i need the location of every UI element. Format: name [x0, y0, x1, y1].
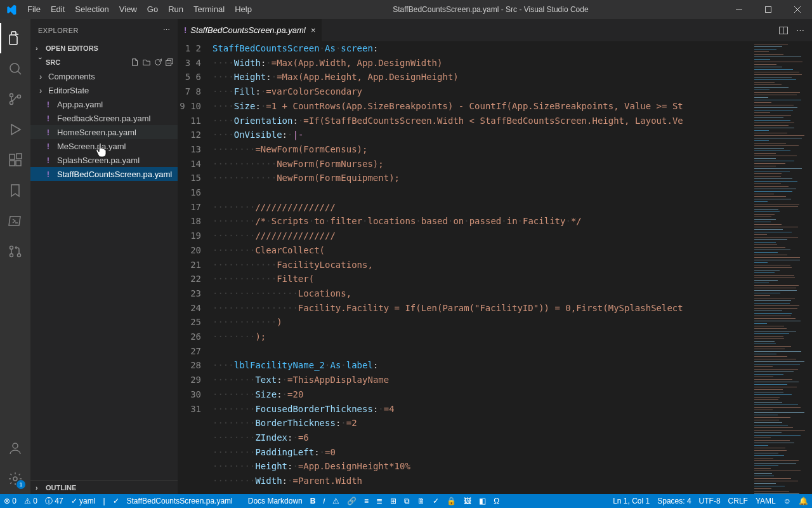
status-yaml[interactable]: ✓ yaml — [67, 497, 100, 505]
bookmarks-icon[interactable] — [0, 175, 30, 206]
maximize-button[interactable] — [754, 0, 783, 19]
explorer-header: EXPLORER ⋯ — [30, 19, 178, 41]
split-editor-icon[interactable] — [778, 25, 789, 36]
close-button[interactable] — [783, 0, 812, 19]
src-section[interactable]: › SRC — [30, 55, 178, 69]
vscode-logo-icon — [0, 4, 22, 15]
extensions-icon[interactable] — [0, 145, 30, 175]
status-list-icon[interactable]: ≡ — [360, 497, 372, 505]
tree-file[interactable]: !StaffBedCountsScreen.pa.yaml — [30, 167, 178, 181]
status-img-icon[interactable]: 🖼 — [460, 497, 475, 505]
svg-point-14 — [10, 246, 13, 250]
status-italic[interactable]: i — [319, 497, 329, 505]
status-feedback-icon[interactable]: ☺ — [780, 497, 795, 505]
tab-filename: StaffBedCountsScreen.pa.yaml — [190, 25, 305, 35]
menu-help[interactable]: Help — [230, 0, 257, 19]
status-omega-icon[interactable]: Ω — [490, 497, 503, 505]
svg-point-8 — [18, 95, 21, 98]
status-eol[interactable]: CRLF — [724, 497, 752, 505]
status-docsmd[interactable]: Docs Markdown — [244, 497, 306, 505]
menu-run[interactable]: Run — [163, 0, 188, 19]
chevron-right-icon: › — [36, 44, 46, 52]
status-warnings[interactable]: ⚠ 0 — [20, 497, 41, 505]
title-bar: File Edit Selection View Go Run Terminal… — [0, 0, 812, 19]
new-file-icon[interactable] — [131, 58, 140, 67]
menu-view[interactable]: View — [114, 0, 142, 19]
tree-file[interactable]: !SplashScreen.pa.yaml — [30, 153, 178, 167]
powershell-icon[interactable] — [0, 206, 30, 236]
status-bold[interactable]: B — [306, 497, 320, 505]
status-bell-icon[interactable]: 🔔 — [795, 497, 812, 505]
status-addbox-icon[interactable]: ⊞ — [386, 497, 400, 505]
tree-file[interactable]: !FeedbackScreen.pa.yaml — [30, 111, 178, 125]
svg-point-18 — [13, 477, 17, 481]
tree-file[interactable]: !MeScreen.pa.yaml — [30, 139, 178, 153]
new-folder-icon[interactable] — [142, 58, 151, 67]
menu-bar: File Edit Selection View Go Run Terminal… — [22, 0, 257, 19]
status-file-icon[interactable]: 🗎 — [414, 497, 429, 505]
explorer-title: EXPLORER — [38, 27, 79, 34]
tree-folder[interactable]: ›EditorState — [30, 83, 178, 97]
menu-edit[interactable]: Edit — [46, 0, 70, 19]
chevron-down-icon: › — [37, 57, 44, 67]
status-lock-icon[interactable]: 🔒 — [443, 497, 460, 505]
activity-bar: 1 — [0, 19, 30, 494]
explorer-icon[interactable] — [0, 23, 30, 53]
open-editors-section[interactable]: › OPEN EDITORS — [30, 41, 178, 55]
status-file[interactable]: StaffBedCountsScreen.pa.yaml — [123, 497, 237, 505]
menu-file[interactable]: File — [22, 0, 46, 19]
settings-badge: 1 — [16, 480, 25, 489]
open-editors-label: OPEN EDITORS — [46, 44, 98, 52]
svg-line-5 — [18, 71, 21, 74]
menu-selection[interactable]: Selection — [70, 0, 114, 19]
git-pr-icon[interactable] — [0, 236, 30, 267]
run-debug-icon[interactable] — [0, 114, 30, 145]
svg-point-16 — [18, 254, 21, 257]
tree-file[interactable]: !App.pa.yaml — [30, 97, 178, 111]
minimize-button[interactable] — [724, 0, 754, 19]
search-icon[interactable] — [0, 53, 30, 84]
outline-label: OUTLINE — [46, 484, 76, 491]
status-link-icon[interactable]: 🔗 — [343, 497, 360, 505]
editor-area: ! StaffBedCountsScreen.pa.yaml × ⋯ 1 2 3… — [178, 19, 812, 494]
refresh-icon[interactable] — [154, 58, 162, 67]
svg-rect-10 — [10, 161, 15, 166]
svg-point-17 — [13, 443, 18, 448]
src-label: SRC — [46, 58, 60, 66]
menu-go[interactable]: Go — [142, 0, 163, 19]
editor-more-icon[interactable]: ⋯ — [796, 25, 804, 35]
svg-rect-12 — [16, 154, 22, 159]
status-preview-icon[interactable]: ◧ — [475, 497, 490, 505]
tree-file[interactable]: !HomeScreen.pa.yaml — [30, 125, 178, 139]
status-language[interactable]: YAML — [752, 497, 780, 505]
svg-rect-1 — [766, 7, 771, 13]
accounts-icon[interactable] — [0, 433, 30, 464]
status-check[interactable]: ✓ — [109, 497, 123, 505]
status-spaces[interactable]: Spaces: 4 — [653, 497, 695, 505]
status-cleanup-icon[interactable]: ✓ — [429, 497, 443, 505]
menu-terminal[interactable]: Terminal — [188, 0, 230, 19]
close-tab-icon[interactable]: × — [311, 25, 316, 35]
status-info[interactable]: ⓘ 47 — [41, 496, 67, 507]
explorer-more-icon[interactable]: ⋯ — [163, 26, 171, 34]
status-alert-icon[interactable]: ⚠ — [329, 497, 343, 505]
tree-folder[interactable]: ›Components — [30, 69, 178, 83]
window-controls — [724, 0, 812, 19]
status-chain-icon[interactable]: ⧉ — [400, 497, 414, 505]
outline-section[interactable]: › OUTLINE — [30, 480, 178, 494]
svg-rect-9 — [10, 154, 15, 159]
code-content[interactable]: StaffBedCountsScreen·As·screen: ····Widt… — [213, 41, 751, 494]
status-encoding[interactable]: UTF-8 — [695, 497, 724, 505]
tab-active[interactable]: ! StaffBedCountsScreen.pa.yaml × — [178, 19, 322, 41]
collapse-all-icon[interactable] — [165, 58, 174, 67]
status-sep: | — [99, 497, 108, 505]
chevron-right-icon: › — [36, 484, 46, 491]
status-lncol[interactable]: Ln 1, Col 1 — [609, 497, 653, 505]
source-control-icon[interactable] — [0, 84, 30, 114]
minimap[interactable] — [751, 41, 812, 494]
status-bar: ⊗ 0 ⚠ 0 ⓘ 47 ✓ yaml | ✓ StaffBedCountsSc… — [0, 494, 812, 508]
status-numlist-icon[interactable]: ≣ — [372, 497, 386, 505]
svg-point-4 — [10, 64, 19, 72]
settings-gear-icon[interactable]: 1 — [0, 464, 30, 494]
status-errors[interactable]: ⊗ 0 — [0, 497, 20, 505]
